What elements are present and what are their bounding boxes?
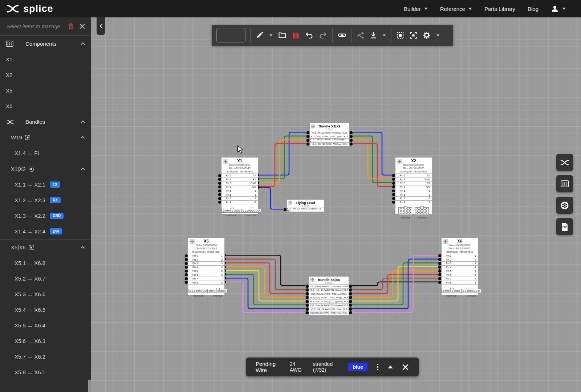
move-icon[interactable]	[311, 124, 315, 128]
move-icon[interactable]	[288, 201, 292, 205]
pin-dot[interactable]	[349, 135, 353, 138]
pin-dot[interactable]	[184, 258, 188, 261]
sidebar-section-components[interactable]: Components	[0, 36, 91, 52]
bundle-wire-row[interactable]: X5.1 | N/A | 24 AWG | 7/32 | black | X6.…	[309, 284, 349, 288]
nav-blog[interactable]: Blog	[528, 6, 539, 12]
cross-section-button[interactable]	[556, 197, 573, 214]
bundle-wire-row[interactable]: X5.2 | N/A | 24 AWG | 7/32 | brown | X6.…	[309, 288, 349, 292]
pin-dot[interactable]	[305, 289, 309, 291]
sidebar-wire-item[interactable]: X1.2 ↔ X2.3RX	[0, 192, 91, 208]
bundle-wire-row[interactable]: X1.1 | TX | 22 AWG | 7/30 | blue | X2.1	[310, 131, 349, 135]
pin-row[interactable]: Pin 2GND	[395, 177, 432, 181]
pin-row[interactable]: Pin 88	[222, 200, 258, 204]
sidebar-wire-item[interactable]: X1.4 ↔ FL	[0, 145, 91, 161]
wire-color-chip[interactable]: blue	[348, 363, 367, 371]
connector-box-x5[interactable]: X5 Molex 0436450800 Micro-Fit 3.0 43645 …	[188, 237, 225, 295]
pin-row[interactable]: Pin 1TX	[395, 173, 432, 177]
pin-dot[interactable]	[392, 186, 395, 188]
pin-dot[interactable]	[184, 274, 188, 276]
pin-row[interactable]: Pin 3GND	[222, 181, 258, 185]
pin-dot[interactable]	[438, 266, 442, 268]
pin-dot[interactable]	[184, 278, 188, 280]
pin-dot[interactable]	[349, 301, 352, 303]
bundle-group-x5x6[interactable]: X5|X6	[0, 240, 91, 255]
select-region-button[interactable]	[396, 31, 405, 40]
app-logo[interactable]: splice	[0, 3, 53, 15]
pin-dot[interactable]	[349, 312, 352, 314]
design-canvas[interactable]	[91, 17, 581, 392]
collapse-bar-button[interactable]	[387, 365, 394, 369]
pin-dot[interactable]	[438, 262, 442, 265]
redo-button[interactable]	[318, 31, 328, 39]
pin-dot[interactable]	[305, 304, 309, 306]
pin-dot[interactable]	[218, 197, 222, 200]
pin-row[interactable]: Pin 55	[442, 269, 478, 273]
clear-selection-button[interactable]	[79, 23, 86, 30]
bundle-wire-row[interactable]: X1.4 | N/A | 24 AWG | 7/32 | blue | FL-T…	[287, 208, 324, 212]
pin-dot[interactable]	[283, 209, 287, 211]
sidebar-wire-item[interactable]: X1.1 ↔ X2.1TX	[0, 177, 91, 192]
bundle-wire-row[interactable]: X5.7 | N/A | 24 AWG | 7/32 | blue | X6.2	[309, 307, 349, 311]
pin-dot[interactable]	[438, 278, 442, 280]
sidebar-component-item[interactable]: X1	[0, 52, 91, 67]
pin-row[interactable]: Pin 2RX	[222, 177, 258, 181]
pin-dot[interactable]	[438, 270, 442, 272]
move-icon[interactable]	[310, 278, 314, 282]
open-file-button[interactable]	[278, 31, 287, 39]
sidebar-wire-item[interactable]: X1.4 ↔ X2.424V	[0, 224, 91, 239]
pin-dot[interactable]	[184, 255, 188, 257]
sidebar-wire-item[interactable]: X5.6 ↔ X6.3	[0, 333, 91, 349]
pin-row[interactable]: Pin 77	[188, 277, 224, 281]
sidebar-wire-item[interactable]: X5.4 ↔ X6.5	[0, 302, 91, 318]
pin-dot[interactable]	[349, 297, 352, 299]
pin-row[interactable]: Pin 88	[442, 281, 478, 285]
chevron-up-icon[interactable]	[81, 246, 85, 249]
pin-row[interactable]: Pin 3RX	[395, 181, 432, 185]
pin-dot[interactable]	[306, 132, 310, 134]
pin-row[interactable]: Pin 55	[188, 269, 224, 273]
bundle-wire-row[interactable]: X5.3 | N/A | 24 AWG | 7/32 | red | X6.6	[309, 292, 349, 296]
pin-dot[interactable]	[438, 255, 442, 257]
connector-box-x6[interactable]: X6 Molex 0436450800 Micro-Fit 3.0 43645 …	[441, 237, 478, 295]
pin-dot[interactable]	[184, 262, 188, 265]
pin-dot[interactable]	[392, 193, 395, 196]
flying-lead-box[interactable]: Flying Lead 0.00 in X1.4 | N/A | 24 AWG …	[287, 199, 324, 212]
pin-dot[interactable]	[306, 139, 310, 142]
download-dropdown[interactable]	[382, 34, 386, 37]
bundle-box-x5x6[interactable]: Bundle X5|X6 0.00 m X5.1 | N/A | 24 AWG …	[309, 276, 349, 315]
pin-row[interactable]: Pin 11	[442, 254, 478, 258]
pin-row[interactable]: Pin 22	[442, 258, 478, 262]
pin-row[interactable]: Pin 77	[395, 196, 432, 200]
pin-dot[interactable]	[218, 182, 222, 184]
download-button[interactable]	[369, 31, 377, 40]
bundle-wire-row[interactable]: X1.3 | GND | 22 AWG | 7/30 | orange | X2…	[310, 138, 349, 142]
bundle-wire-row[interactable]: X5.5 | N/A | 24 AWG | 7/32 | yellow | X6…	[309, 299, 349, 303]
edit-tool-dropdown[interactable]	[269, 34, 273, 37]
bundle-group-w19[interactable]: W19	[0, 130, 91, 145]
chevron-up-icon[interactable]	[81, 42, 85, 45]
move-icon[interactable]	[443, 239, 448, 244]
pin-dot[interactable]	[184, 281, 188, 283]
pin-row[interactable]: Pin 44	[188, 265, 224, 269]
pin-dot[interactable]	[349, 304, 352, 306]
sidebar-scrollbar[interactable]	[88, 380, 91, 392]
sidebar-section-bundles[interactable]: Bundles	[0, 114, 91, 130]
pin-row[interactable]: Pin 33	[442, 261, 478, 265]
user-menu[interactable]	[551, 5, 566, 13]
pin-dot[interactable]	[392, 190, 395, 192]
move-icon[interactable]	[223, 159, 228, 164]
wire-gauge[interactable]: 24 AWG	[290, 361, 304, 373]
pin-row[interactable]: Pin 77	[222, 196, 258, 200]
bundle-group-x1x2[interactable]: X1|X2	[0, 161, 91, 177]
pin-dot[interactable]	[392, 201, 395, 203]
sidebar-wire-item[interactable]: X5.3 ↔ X6.6	[0, 286, 91, 302]
pin-dot[interactable]	[438, 258, 442, 261]
move-icon[interactable]	[190, 239, 195, 244]
pin-dot[interactable]	[218, 193, 222, 196]
pin-dot[interactable]	[306, 135, 310, 138]
pin-dot[interactable]	[305, 293, 309, 295]
settings-button[interactable]	[422, 31, 431, 40]
share-link-button[interactable]	[337, 32, 347, 38]
sidebar-wire-item[interactable]: X5.7 ↔ X6.2	[0, 349, 91, 364]
fit-view-button[interactable]	[409, 31, 418, 40]
